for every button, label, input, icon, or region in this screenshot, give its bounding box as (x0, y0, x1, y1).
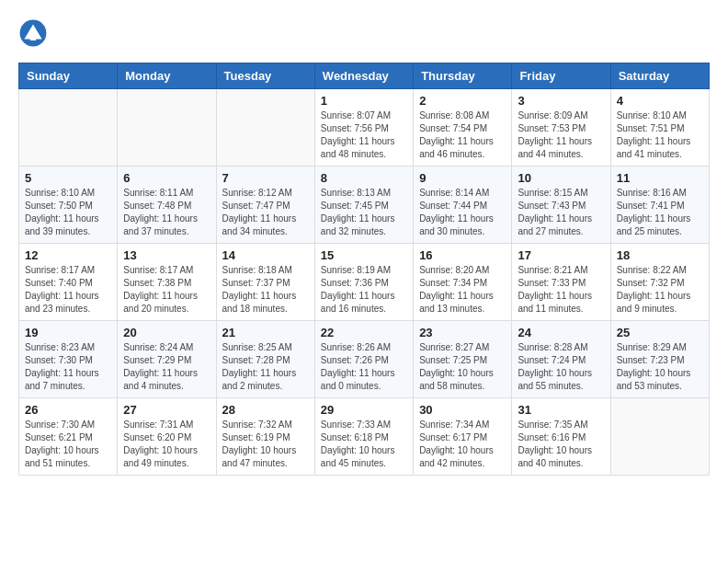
day-info: Sunrise: 8:16 AM Sunset: 7:41 PM Dayligh… (617, 187, 703, 238)
day-info: Sunrise: 7:30 AM Sunset: 6:21 PM Dayligh… (25, 419, 111, 470)
day-number: 6 (123, 171, 210, 185)
day-info: Sunrise: 7:31 AM Sunset: 6:20 PM Dayligh… (123, 419, 210, 470)
calendar-day-cell: 27Sunrise: 7:31 AM Sunset: 6:20 PM Dayli… (118, 398, 216, 476)
calendar-weekday-friday: Friday (512, 63, 610, 89)
svg-rect-2 (30, 35, 36, 40)
day-number: 26 (25, 403, 111, 417)
day-info: Sunrise: 8:19 AM Sunset: 7:36 PM Dayligh… (321, 264, 407, 316)
calendar-weekday-wednesday: Wednesday (314, 63, 413, 89)
logo (18, 18, 51, 48)
day-number: 1 (321, 94, 407, 108)
day-info: Sunrise: 8:21 AM Sunset: 7:33 PM Dayligh… (518, 264, 604, 316)
day-number: 31 (518, 403, 604, 417)
day-info: Sunrise: 8:11 AM Sunset: 7:48 PM Dayligh… (123, 187, 210, 238)
calendar-day-cell: 6Sunrise: 8:11 AM Sunset: 7:48 PM Daylig… (118, 167, 216, 244)
calendar-day-cell: 14Sunrise: 8:18 AM Sunset: 7:37 PM Dayli… (216, 244, 314, 321)
calendar-day-cell: 3Sunrise: 8:09 AM Sunset: 7:53 PM Daylig… (512, 89, 610, 167)
day-number: 18 (617, 248, 703, 262)
day-info: Sunrise: 8:27 AM Sunset: 7:25 PM Dayligh… (419, 341, 506, 393)
day-number: 21 (222, 326, 309, 339)
day-number: 24 (518, 326, 604, 339)
calendar-day-cell: 25Sunrise: 8:29 AM Sunset: 7:23 PM Dayli… (610, 321, 709, 398)
calendar-weekday-thursday: Thursday (414, 63, 512, 89)
calendar-day-cell: 26Sunrise: 7:30 AM Sunset: 6:21 PM Dayli… (19, 398, 118, 476)
day-info: Sunrise: 8:29 AM Sunset: 7:23 PM Dayligh… (617, 341, 703, 393)
day-info: Sunrise: 8:15 AM Sunset: 7:43 PM Dayligh… (518, 187, 604, 238)
day-number: 22 (321, 326, 407, 339)
calendar-day-cell: 5Sunrise: 8:10 AM Sunset: 7:50 PM Daylig… (19, 167, 118, 244)
day-info: Sunrise: 8:25 AM Sunset: 7:28 PM Dayligh… (222, 341, 309, 393)
day-number: 14 (222, 248, 309, 262)
day-info: Sunrise: 8:14 AM Sunset: 7:44 PM Dayligh… (419, 187, 506, 238)
day-info: Sunrise: 8:23 AM Sunset: 7:30 PM Dayligh… (25, 341, 111, 393)
day-number: 30 (419, 403, 506, 417)
calendar-day-cell (216, 89, 314, 167)
calendar-week-row: 26Sunrise: 7:30 AM Sunset: 6:21 PM Dayli… (19, 398, 710, 476)
day-info: Sunrise: 8:07 AM Sunset: 7:56 PM Dayligh… (321, 109, 407, 161)
calendar-day-cell: 16Sunrise: 8:20 AM Sunset: 7:34 PM Dayli… (414, 244, 512, 321)
day-number: 13 (123, 248, 210, 262)
day-info: Sunrise: 8:18 AM Sunset: 7:37 PM Dayligh… (222, 264, 309, 316)
day-number: 7 (222, 171, 309, 185)
day-info: Sunrise: 7:32 AM Sunset: 6:19 PM Dayligh… (222, 419, 309, 470)
day-info: Sunrise: 8:26 AM Sunset: 7:26 PM Dayligh… (321, 341, 407, 393)
day-number: 2 (419, 94, 506, 108)
logo-icon (18, 18, 48, 48)
day-info: Sunrise: 8:12 AM Sunset: 7:47 PM Dayligh… (222, 187, 309, 238)
day-number: 15 (321, 248, 407, 262)
calendar-week-row: 12Sunrise: 8:17 AM Sunset: 7:40 PM Dayli… (19, 244, 710, 321)
calendar-day-cell: 24Sunrise: 8:28 AM Sunset: 7:24 PM Dayli… (512, 321, 610, 398)
calendar-day-cell (19, 89, 118, 167)
calendar-weekday-sunday: Sunday (19, 63, 118, 89)
day-number: 9 (419, 171, 506, 185)
calendar-weekday-tuesday: Tuesday (216, 63, 314, 89)
day-number: 23 (419, 326, 506, 339)
calendar-weekday-saturday: Saturday (610, 63, 709, 89)
calendar-week-row: 1Sunrise: 8:07 AM Sunset: 7:56 PM Daylig… (19, 89, 710, 167)
calendar-day-cell: 15Sunrise: 8:19 AM Sunset: 7:36 PM Dayli… (314, 244, 413, 321)
day-number: 4 (617, 94, 703, 108)
day-info: Sunrise: 8:10 AM Sunset: 7:51 PM Dayligh… (617, 109, 703, 161)
calendar-day-cell: 10Sunrise: 8:15 AM Sunset: 7:43 PM Dayli… (512, 167, 610, 244)
calendar-day-cell: 12Sunrise: 8:17 AM Sunset: 7:40 PM Dayli… (19, 244, 118, 321)
calendar-day-cell: 7Sunrise: 8:12 AM Sunset: 7:47 PM Daylig… (216, 167, 314, 244)
day-info: Sunrise: 8:09 AM Sunset: 7:53 PM Dayligh… (518, 109, 604, 161)
calendar-day-cell: 18Sunrise: 8:22 AM Sunset: 7:32 PM Dayli… (610, 244, 709, 321)
calendar-day-cell: 17Sunrise: 8:21 AM Sunset: 7:33 PM Dayli… (512, 244, 610, 321)
calendar-day-cell: 20Sunrise: 8:24 AM Sunset: 7:29 PM Dayli… (118, 321, 216, 398)
day-info: Sunrise: 7:35 AM Sunset: 6:16 PM Dayligh… (518, 419, 604, 470)
calendar-day-cell: 9Sunrise: 8:14 AM Sunset: 7:44 PM Daylig… (414, 167, 512, 244)
day-info: Sunrise: 8:24 AM Sunset: 7:29 PM Dayligh… (123, 341, 210, 393)
calendar-day-cell: 13Sunrise: 8:17 AM Sunset: 7:38 PM Dayli… (118, 244, 216, 321)
day-info: Sunrise: 8:22 AM Sunset: 7:32 PM Dayligh… (617, 264, 703, 316)
calendar-day-cell: 1Sunrise: 8:07 AM Sunset: 7:56 PM Daylig… (314, 89, 413, 167)
day-info: Sunrise: 8:10 AM Sunset: 7:50 PM Dayligh… (25, 187, 111, 238)
day-number: 19 (25, 326, 111, 339)
calendar-day-cell: 29Sunrise: 7:33 AM Sunset: 6:18 PM Dayli… (314, 398, 413, 476)
calendar-table: SundayMondayTuesdayWednesdayThursdayFrid… (18, 63, 710, 476)
day-info: Sunrise: 7:33 AM Sunset: 6:18 PM Dayligh… (321, 419, 407, 470)
calendar-weekday-monday: Monday (118, 63, 216, 89)
calendar-day-cell: 22Sunrise: 8:26 AM Sunset: 7:26 PM Dayli… (314, 321, 413, 398)
day-number: 10 (518, 171, 604, 185)
calendar-day-cell: 30Sunrise: 7:34 AM Sunset: 6:17 PM Dayli… (414, 398, 512, 476)
day-number: 25 (617, 326, 703, 339)
calendar-week-row: 5Sunrise: 8:10 AM Sunset: 7:50 PM Daylig… (19, 167, 710, 244)
page-header (18, 18, 710, 48)
day-info: Sunrise: 8:28 AM Sunset: 7:24 PM Dayligh… (518, 341, 604, 393)
day-number: 5 (25, 171, 111, 185)
calendar-week-row: 19Sunrise: 8:23 AM Sunset: 7:30 PM Dayli… (19, 321, 710, 398)
calendar-day-cell: 19Sunrise: 8:23 AM Sunset: 7:30 PM Dayli… (19, 321, 118, 398)
calendar-day-cell: 31Sunrise: 7:35 AM Sunset: 6:16 PM Dayli… (512, 398, 610, 476)
day-number: 3 (518, 94, 604, 108)
calendar-day-cell: 8Sunrise: 8:13 AM Sunset: 7:45 PM Daylig… (314, 167, 413, 244)
calendar-day-cell: 2Sunrise: 8:08 AM Sunset: 7:54 PM Daylig… (414, 89, 512, 167)
calendar-header-row: SundayMondayTuesdayWednesdayThursdayFrid… (19, 63, 710, 89)
day-number: 11 (617, 171, 703, 185)
calendar-day-cell (118, 89, 216, 167)
day-number: 12 (25, 248, 111, 262)
day-info: Sunrise: 8:08 AM Sunset: 7:54 PM Dayligh… (419, 109, 506, 161)
day-info: Sunrise: 8:17 AM Sunset: 7:38 PM Dayligh… (123, 264, 210, 316)
day-info: Sunrise: 8:13 AM Sunset: 7:45 PM Dayligh… (321, 187, 407, 238)
calendar-day-cell: 28Sunrise: 7:32 AM Sunset: 6:19 PM Dayli… (216, 398, 314, 476)
